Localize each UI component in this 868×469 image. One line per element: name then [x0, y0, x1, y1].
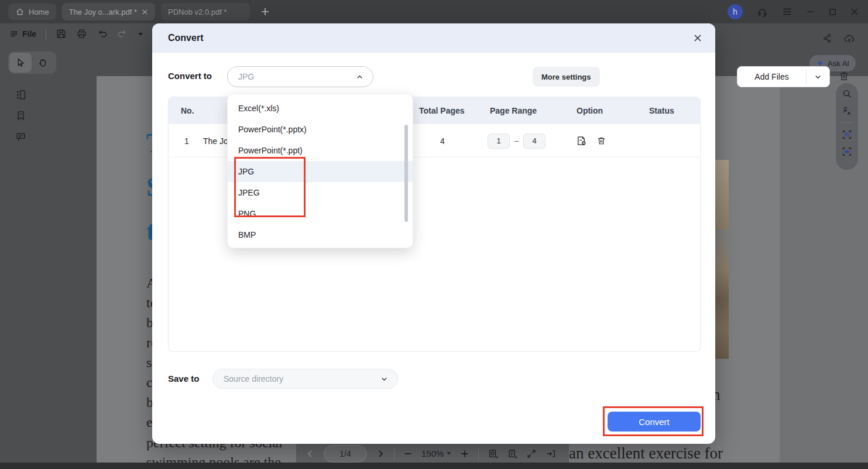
- hand-tool[interactable]: [32, 53, 54, 73]
- page-view-icon[interactable]: [488, 449, 498, 459]
- range-separator: –: [514, 136, 519, 145]
- pointer-tools: [8, 52, 56, 74]
- undo-icon[interactable]: [97, 28, 108, 39]
- share-icon[interactable]: [822, 33, 833, 44]
- home-icon: [15, 7, 25, 16]
- close-window-icon[interactable]: [850, 8, 859, 16]
- bookmarks-icon[interactable]: [15, 110, 26, 121]
- col-status: Status: [649, 97, 674, 124]
- support-headset-icon[interactable]: [757, 6, 768, 18]
- tab-document-1[interactable]: The Joy o...ark.pdf *: [62, 3, 155, 20]
- zoom-out-icon[interactable]: [403, 449, 413, 458]
- svg-text:A: A: [847, 111, 850, 116]
- clear-files-icon[interactable]: [838, 70, 850, 82]
- tab-document-2[interactable]: PDNob v2.0.pdf *: [161, 3, 250, 20]
- save-to-value: Source directory: [224, 374, 283, 384]
- window-edge: [0, 463, 868, 469]
- dropdown-option[interactable]: PowerPoint(*.pptx): [228, 119, 413, 140]
- cell-page-range: 1 – 4: [488, 124, 545, 158]
- maximize-icon[interactable]: [829, 8, 836, 16]
- next-page-icon[interactable]: [376, 449, 385, 458]
- doc-text: s: [146, 355, 152, 370]
- cell-file-name: The Jo: [203, 124, 228, 158]
- scrollbar-thumb[interactable]: [404, 125, 408, 222]
- save-to-select[interactable]: Source directory: [212, 369, 398, 389]
- dialog-header: Convert: [152, 23, 715, 53]
- file-menu[interactable]: File: [9, 29, 36, 39]
- cell-total-pages: 4: [419, 124, 466, 158]
- range-from-input[interactable]: 1: [488, 133, 510, 149]
- range-to-input[interactable]: 4: [523, 133, 545, 149]
- print-icon[interactable]: [76, 28, 87, 39]
- search-icon[interactable]: [842, 88, 852, 99]
- select-tool[interactable]: [9, 53, 32, 73]
- dropdown-option[interactable]: BMP: [228, 224, 413, 245]
- remove-file-icon[interactable]: [596, 136, 606, 146]
- ask-ai-label: Ask AI: [828, 59, 849, 68]
- divider: [841, 122, 853, 123]
- add-files-label: Add Files: [737, 67, 806, 87]
- page-indicator[interactable]: 1/4: [324, 445, 367, 463]
- previous-page-icon[interactable]: [306, 449, 315, 458]
- screenshot-crop-icon[interactable]: [842, 129, 852, 140]
- zoom-in-icon[interactable]: [460, 449, 469, 458]
- redo-icon[interactable]: [117, 28, 128, 39]
- dialog-title: Convert: [168, 33, 203, 43]
- page-layout-icon[interactable]: [507, 449, 517, 459]
- convert-to-label: Convert to: [168, 71, 212, 81]
- doc-text: an excellent exercise for: [569, 445, 723, 463]
- col-no: No.: [181, 97, 194, 124]
- titlebar: Home The Joy o...ark.pdf * PDNob v2.0.pd…: [0, 0, 868, 23]
- translate-icon[interactable]: A: [842, 105, 852, 116]
- col-option: Option: [577, 97, 603, 124]
- app-window: Home The Joy o...ark.pdf * PDNob v2.0.pd…: [0, 0, 868, 469]
- thumbnails-icon[interactable]: [15, 89, 27, 101]
- history-dropdown-icon[interactable]: [138, 31, 143, 37]
- comments-icon[interactable]: [15, 131, 26, 142]
- dropdown-option[interactable]: Excel(*.xls): [228, 98, 413, 119]
- chevron-up-icon: [356, 73, 363, 81]
- cloud-upload-icon[interactable]: [843, 33, 855, 44]
- chevron-down-icon: [380, 375, 388, 383]
- read-mode-icon[interactable]: [545, 449, 556, 459]
- ocr-capture-icon[interactable]: [842, 146, 852, 157]
- format-value: JPG: [238, 72, 254, 81]
- file-settings-icon[interactable]: [576, 135, 587, 146]
- annotation-box-formats: [234, 157, 306, 217]
- document-image: [715, 160, 729, 359]
- divider: [46, 29, 46, 39]
- zoom-level[interactable]: 150%: [421, 449, 451, 458]
- left-sidebar: [0, 76, 97, 463]
- tab-label: PDNob v2.0.pdf *: [168, 8, 227, 16]
- tab-label: The Joy o...ark.pdf *: [69, 8, 137, 16]
- save-to-label: Save to: [168, 374, 199, 384]
- minimize-icon[interactable]: [807, 8, 815, 16]
- new-tab-button[interactable]: [260, 7, 270, 16]
- divider: [394, 448, 394, 460]
- annotation-box-convert: [603, 406, 704, 436]
- right-tools-panel: A: [836, 83, 858, 170]
- file-menu-icon: [9, 29, 19, 39]
- save-icon[interactable]: [56, 28, 67, 39]
- divider: [478, 448, 479, 460]
- more-settings-button[interactable]: More settings: [533, 67, 600, 87]
- zoom-dropdown-icon: [447, 452, 451, 455]
- home-label: Home: [29, 8, 49, 16]
- fullscreen-icon[interactable]: [526, 449, 537, 459]
- cell-option: [576, 124, 606, 158]
- format-select[interactable]: JPG: [227, 66, 373, 87]
- add-files-button[interactable]: Add Files: [737, 66, 830, 87]
- dialog-close-icon[interactable]: [693, 33, 702, 43]
- home-button[interactable]: Home: [8, 4, 56, 20]
- cell-no: 1: [181, 124, 193, 158]
- menu-icon[interactable]: [782, 6, 792, 17]
- col-total-pages: Total Pages: [419, 97, 465, 124]
- avatar[interactable]: h: [728, 4, 743, 19]
- tab-close-icon[interactable]: [142, 9, 148, 15]
- col-page-range: Page Range: [490, 97, 537, 124]
- chevron-down-icon[interactable]: [807, 67, 829, 87]
